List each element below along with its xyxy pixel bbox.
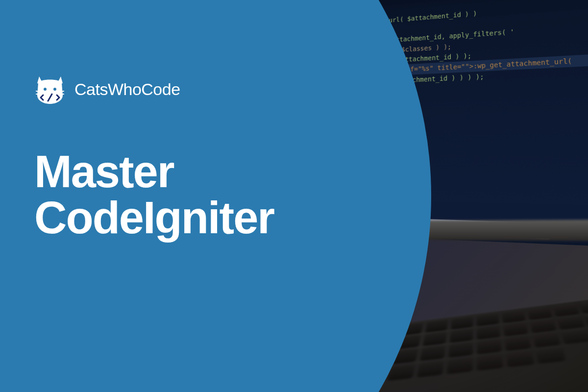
brand-logo-row: CatsWhoCode — [34, 74, 294, 105]
svg-point-0 — [44, 88, 47, 91]
cat-code-icon — [34, 74, 66, 105]
hero-title-line: CodeIgniter — [34, 193, 274, 243]
hero-title-line: Master — [34, 147, 174, 196]
panel-content: CatsWhoCode Master CodeIgniter — [0, 0, 294, 241]
hero-title: Master CodeIgniter — [34, 149, 294, 241]
svg-point-1 — [53, 88, 56, 91]
brand-name: CatsWhoCode — [74, 80, 180, 99]
